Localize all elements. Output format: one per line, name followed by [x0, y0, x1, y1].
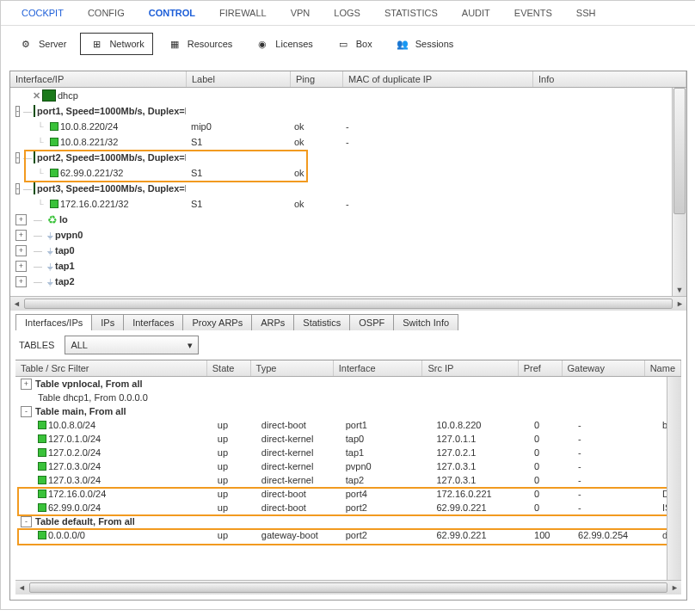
- vscroll[interactable]: [667, 377, 681, 580]
- port-icon: [34, 182, 35, 194]
- expand-toggle[interactable]: +: [21, 379, 32, 390]
- ip-icon: [38, 476, 46, 484]
- tab-statistics[interactable]: Statistics: [293, 314, 350, 330]
- tree-row[interactable]: └ 62.99.0.221/32S1ok: [10, 165, 686, 181]
- badge-icon: ◉: [255, 36, 270, 52]
- route-header: Table / Src Filter State Type Interface …: [15, 360, 681, 377]
- route-row[interactable]: 127.0.3.0/24updirect-kerneltap2127.0.3.1…: [15, 473, 667, 487]
- route-row[interactable]: + Table vpnlocal, From all: [15, 377, 667, 391]
- col-state[interactable]: State: [207, 360, 251, 376]
- tree-row[interactable]: +—⏚ tap2: [10, 274, 686, 289]
- nav-logs[interactable]: LOGS: [322, 4, 372, 22]
- device-icon: ⏚: [47, 245, 53, 256]
- nav-config[interactable]: CONFIG: [76, 4, 137, 22]
- ip-icon: [50, 169, 58, 177]
- subnav-box[interactable]: ▭Box: [327, 33, 381, 55]
- subnav-licenses[interactable]: ◉Licenses: [246, 33, 321, 55]
- col-gw[interactable]: Gateway: [563, 360, 645, 376]
- expand-toggle[interactable]: -: [15, 106, 20, 117]
- route-row[interactable]: - Table main, From all: [15, 404, 667, 418]
- expand-toggle[interactable]: +: [15, 230, 27, 241]
- network-icon: ⊞: [89, 36, 104, 52]
- subnav-sessions[interactable]: 👥Sessions: [386, 33, 463, 55]
- route-row[interactable]: 127.0.2.0/24updirect-kerneltap1127.0.2.1…: [15, 446, 667, 459]
- x-icon: ✕: [33, 90, 40, 102]
- tree-row[interactable]: -— port3, Speed=1000Mb/s, Duplex=Full: [10, 181, 686, 196]
- interface-tree[interactable]: ✕ dhcp-— port1, Speed=1000Mb/s, Duplex=F…: [10, 88, 686, 296]
- subnav-network[interactable]: ⊞Network: [80, 33, 152, 55]
- subnav-server[interactable]: ⚙Server: [9, 33, 75, 55]
- ip-icon: [38, 434, 46, 443]
- top-nav: COCKPITCONFIGCONTROLFIREWALLVPNLOGSSTATI…: [1, 1, 695, 26]
- tree-row[interactable]: +—♻ lo: [10, 212, 686, 227]
- route-row[interactable]: Table dhcp1, From 0.0.0.0: [15, 391, 667, 404]
- expand-toggle[interactable]: -: [15, 152, 20, 163]
- tree-row[interactable]: -— port2, Speed=1000Mb/s, Duplex=Full: [10, 150, 686, 165]
- col-pref[interactable]: Pref: [519, 360, 563, 376]
- tree-row[interactable]: +—⏚ pvpn0: [10, 227, 686, 243]
- loop-icon: ♻: [47, 213, 58, 226]
- col-info[interactable]: Info: [533, 71, 686, 87]
- route-row[interactable]: 172.16.0.0/24updirect-bootport4172.16.0.…: [15, 487, 667, 501]
- tree-row[interactable]: └ 10.0.8.220/24mip0ok-: [10, 119, 686, 134]
- tree-row[interactable]: └ 10.0.8.221/32S1ok-: [10, 134, 686, 150]
- tables-select[interactable]: ALL▾: [65, 336, 199, 354]
- route-row[interactable]: 0.0.0.0/0upgateway-bootport262.99.0.2211…: [15, 528, 667, 542]
- tab-arps[interactable]: ARPs: [251, 314, 294, 330]
- ip-icon: [50, 200, 58, 208]
- route-table[interactable]: + Table vpnlocal, From allTable dhcp1, F…: [15, 377, 681, 580]
- expand-toggle[interactable]: -: [15, 183, 20, 194]
- nav-audit[interactable]: AUDIT: [450, 4, 502, 22]
- tab-interfacesips[interactable]: Interfaces/IPs: [15, 314, 92, 330]
- tree-row[interactable]: +—⏚ tap1: [10, 258, 686, 274]
- tab-interfaces[interactable]: Interfaces: [123, 314, 183, 330]
- hscroll[interactable]: ◄►: [10, 296, 686, 311]
- vscroll[interactable]: ▲▼: [672, 88, 686, 296]
- nav-ssh[interactable]: SSH: [564, 4, 608, 22]
- nav-cockpit[interactable]: COCKPIT: [9, 4, 76, 22]
- subnav-resources[interactable]: ▦Resources: [158, 33, 242, 55]
- nav-firewall[interactable]: FIREWALL: [207, 4, 279, 22]
- expand-toggle[interactable]: +: [15, 261, 27, 272]
- ip-icon: [38, 490, 46, 498]
- expand-toggle[interactable]: -: [21, 406, 32, 417]
- tab-ospf[interactable]: OSPF: [349, 314, 394, 330]
- tree-row[interactable]: ✕ dhcp: [10, 88, 686, 103]
- port-icon: [42, 89, 56, 102]
- nav-events[interactable]: EVENTS: [502, 4, 564, 22]
- tree-row[interactable]: └ 172.16.0.221/32S1ok-: [10, 196, 686, 212]
- tab-ips[interactable]: IPs: [91, 314, 124, 330]
- col-iface[interactable]: Interface: [334, 360, 423, 376]
- nav-statistics[interactable]: STATISTICS: [372, 4, 450, 22]
- col-src[interactable]: Table / Src Filter: [15, 360, 207, 376]
- col-srcip[interactable]: Src IP: [422, 360, 518, 376]
- nav-vpn[interactable]: VPN: [279, 4, 323, 22]
- col-ping[interactable]: Ping: [291, 71, 343, 87]
- ip-icon: [38, 448, 46, 457]
- col-type[interactable]: Type: [251, 360, 334, 376]
- tree-row[interactable]: -— port1, Speed=1000Mb/s, Duplex=Full: [10, 103, 686, 119]
- route-row[interactable]: 127.0.3.0/24updirect-kernelpvpn0127.0.3.…: [15, 459, 667, 473]
- hscroll[interactable]: ◄►: [15, 580, 681, 594]
- expand-toggle[interactable]: +: [15, 214, 27, 225]
- route-row[interactable]: 127.0.1.0/24updirect-kerneltap0127.0.1.1…: [15, 432, 667, 446]
- chevron-down-icon: ▾: [188, 340, 193, 351]
- col-interface[interactable]: Interface/IP: [10, 71, 187, 87]
- tree-row[interactable]: +—⏚ tap0: [10, 243, 686, 258]
- route-row[interactable]: 62.99.0.0/24updirect-bootport262.99.0.22…: [15, 501, 667, 514]
- tab-switchinfo[interactable]: Switch Info: [393, 314, 458, 330]
- expand-toggle[interactable]: +: [15, 245, 27, 256]
- tab-proxyarps[interactable]: Proxy ARPs: [182, 314, 252, 330]
- col-label[interactable]: Label: [187, 71, 291, 87]
- device-icon: ⏚: [47, 230, 53, 240]
- expand-toggle[interactable]: -: [21, 516, 32, 527]
- nav-control[interactable]: CONTROL: [137, 4, 207, 22]
- ip-icon: [50, 138, 58, 146]
- col-mac[interactable]: MAC of duplicate IP: [343, 71, 533, 87]
- route-row[interactable]: - Table default, From all: [15, 514, 667, 528]
- route-row[interactable]: 10.0.8.0/24updirect-bootport110.0.8.2200…: [15, 418, 667, 432]
- expand-toggle[interactable]: +: [15, 276, 27, 287]
- ip-icon: [38, 531, 46, 539]
- col-name[interactable]: Name: [645, 360, 681, 376]
- people-icon: 👥: [395, 36, 410, 52]
